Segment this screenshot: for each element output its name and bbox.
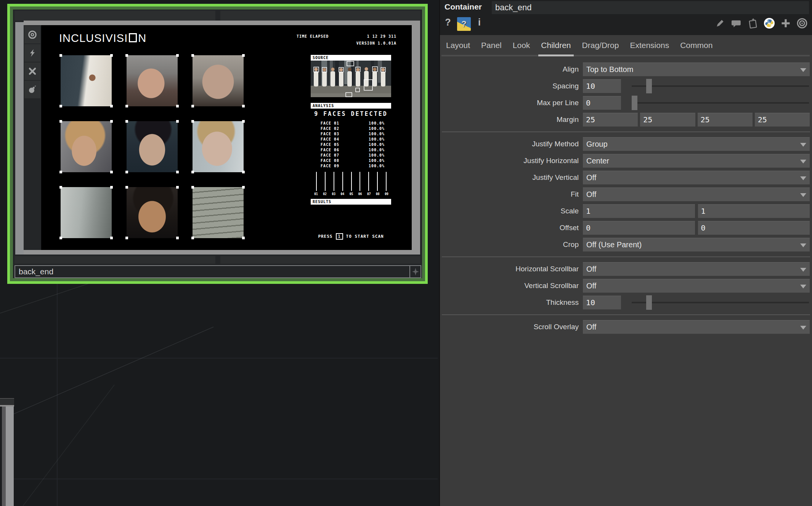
- fit-dropdown[interactable]: Off: [583, 187, 810, 201]
- param-row-scale: Scale 1 1: [440, 203, 812, 219]
- margin-input-4[interactable]: 25: [755, 113, 810, 126]
- confidence-bar-chart: [311, 172, 391, 191]
- target-icon[interactable]: [24, 26, 40, 43]
- comment-icon[interactable]: [730, 17, 743, 30]
- justify-horizontal-dropdown[interactable]: Center: [583, 154, 810, 168]
- partial-window-frame: [6, 407, 14, 506]
- face-row: FACE 05100.0%: [311, 143, 391, 148]
- viewer-bottom-bar-right[interactable]: [220, 256, 420, 264]
- param-row-spacing: Spacing 10: [440, 78, 812, 94]
- param-row-margin: Margin 25 25 25 25: [440, 111, 812, 128]
- operator-name-field[interactable]: back_end: [492, 1, 809, 14]
- close-icon: [28, 67, 37, 76]
- param-row-justifymethod: Justify Method Group: [440, 136, 812, 152]
- bomb-icon[interactable]: [24, 81, 40, 98]
- scale-x-input[interactable]: 1: [583, 204, 695, 218]
- spacing-input[interactable]: 10: [583, 79, 621, 93]
- version-label: VERSION 1.0.01A: [297, 41, 396, 45]
- tab-panel[interactable]: Panel: [481, 37, 502, 55]
- chevron-down-icon: [800, 160, 806, 163]
- people-figures: [314, 67, 385, 87]
- star-menu-button[interactable]: [409, 265, 421, 278]
- operator-name-input[interactable]: back_end: [14, 265, 411, 278]
- face-list: FACE 01100.0% FACE 02100.0% FACE 03100.0…: [311, 121, 391, 169]
- justify-vertical-dropdown[interactable]: Off: [583, 171, 810, 184]
- time-elapsed-label: TIME ELAPSED: [297, 34, 329, 38]
- maxperline-input[interactable]: 0: [583, 96, 621, 110]
- source-monitor-image: [311, 61, 391, 97]
- scroll-overlay-dropdown[interactable]: Off: [583, 320, 810, 334]
- face-tile-8: [127, 187, 178, 238]
- lightning-icon[interactable]: [24, 44, 40, 62]
- face-tile-2: [127, 55, 178, 106]
- partial-window-titlebar[interactable]: [0, 398, 14, 405]
- rings-icon[interactable]: [796, 17, 808, 30]
- bomb-icon: [28, 85, 37, 94]
- plus-icon[interactable]: [780, 17, 792, 30]
- param-row-thickness: Thickness 10: [440, 294, 812, 311]
- container-viewer-window[interactable]: INCLUSIVISIN TIME ELAPSED 1 12 29 311 VE…: [7, 4, 428, 284]
- chevron-down-icon: [800, 326, 806, 330]
- tab-children[interactable]: Children: [541, 37, 571, 55]
- param-row-hscrollbar: Horizontal Scrollbar Off: [440, 261, 812, 277]
- param-row-offset: Offset 0 0: [440, 219, 812, 236]
- chevron-down-icon: [800, 176, 806, 180]
- viewer-bottom-bar-left[interactable]: [14, 256, 215, 264]
- parameter-dialog: Container back_end ? ? i: [439, 0, 812, 506]
- parameter-tabs: Layout Panel Look Children Drag/Drop Ext…: [441, 37, 810, 56]
- thickness-input[interactable]: 10: [583, 296, 621, 309]
- face-tile-4: [61, 121, 112, 172]
- inclusivision-panel[interactable]: INCLUSIVISIN TIME ELAPSED 1 12 29 311 VE…: [41, 25, 412, 250]
- copy-icon[interactable]: [747, 17, 759, 30]
- face-row: FACE 03100.0%: [311, 132, 391, 137]
- viewer-top-bar-right[interactable]: [220, 11, 420, 21]
- network-editor[interactable]: INCLUSIVISIN TIME ELAPSED 1 12 29 311 VE…: [0, 0, 439, 506]
- face-tile-6: [193, 121, 244, 172]
- viewer-left-scroll-strip[interactable]: [15, 22, 24, 255]
- offset-y-input[interactable]: 0: [698, 221, 810, 235]
- tab-common[interactable]: Common: [680, 37, 713, 55]
- offset-x-input[interactable]: 0: [583, 221, 695, 235]
- tab-layout[interactable]: Layout: [446, 37, 470, 55]
- param-row-justifyhorizontal: Justify Horizontal Center: [440, 152, 812, 169]
- four-point-star-icon: [412, 267, 419, 276]
- tab-extensions[interactable]: Extensions: [630, 37, 669, 55]
- param-separator: [440, 253, 812, 261]
- close-icon[interactable]: [24, 62, 40, 80]
- scale-y-input[interactable]: 1: [698, 204, 810, 218]
- margin-input-1[interactable]: 25: [583, 113, 638, 126]
- lightning-icon: [28, 48, 37, 58]
- spacing-slider[interactable]: [632, 79, 809, 93]
- face-tile-3: [193, 55, 244, 106]
- crop-dropdown[interactable]: Off (Use Parent): [583, 238, 810, 251]
- press-to-scan-prompt: PRESS 1 TO START SCAN: [311, 233, 391, 240]
- python-icon[interactable]: [763, 17, 775, 30]
- face-row: FACE 04100.0%: [311, 137, 391, 143]
- source-header: SOURCE: [311, 55, 391, 61]
- tab-look[interactable]: Look: [513, 37, 530, 55]
- info-icon[interactable]: i: [478, 17, 481, 28]
- justify-method-dropdown[interactable]: Group: [583, 137, 810, 151]
- viewer-side-toolbar: [24, 25, 41, 250]
- faces-detected-heading: 9 FACES DETECTED: [311, 110, 391, 117]
- param-row-align: Align Top to Bottom: [440, 61, 812, 78]
- chevron-down-icon: [800, 68, 806, 72]
- face-row: FACE 09100.0%: [311, 164, 391, 169]
- maxperline-slider[interactable]: [632, 96, 809, 110]
- pencil-icon[interactable]: [714, 17, 726, 30]
- thickness-slider[interactable]: [632, 296, 809, 309]
- operator-type-label: Container: [445, 2, 482, 11]
- vertical-scrollbar-dropdown[interactable]: Off: [583, 279, 810, 293]
- viewer-top-bar-left[interactable]: [14, 11, 215, 21]
- face-row: FACE 07100.0%: [311, 153, 391, 159]
- margin-input-2[interactable]: 25: [640, 113, 695, 126]
- help-icon[interactable]: ?: [443, 17, 453, 28]
- margin-input-3[interactable]: 25: [698, 113, 753, 126]
- horizontal-scrollbar-dropdown[interactable]: Off: [583, 262, 810, 276]
- chevron-down-icon: [800, 243, 806, 247]
- face-row: FACE 01100.0%: [311, 121, 391, 126]
- tab-dragdrop[interactable]: Drag/Drop: [582, 37, 619, 55]
- python-help-icon[interactable]: ?: [457, 17, 471, 31]
- align-dropdown[interactable]: Top to Bottom: [583, 62, 810, 76]
- face-tile-5: [127, 121, 178, 172]
